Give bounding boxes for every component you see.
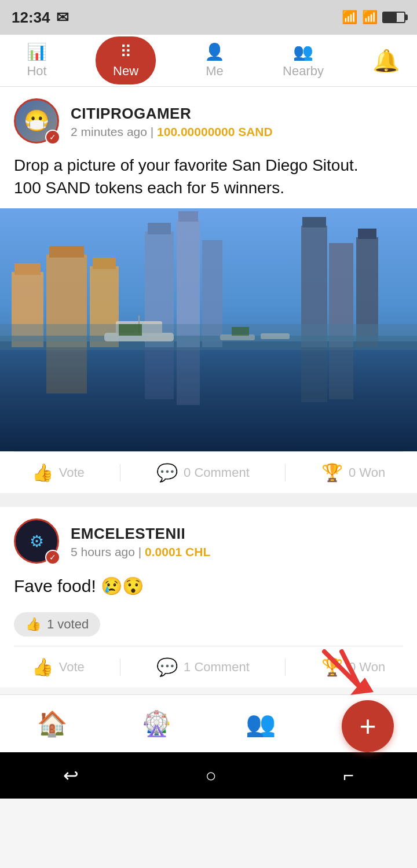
comment-label-1: 0 Comment bbox=[184, 465, 250, 480]
avatar-wrap-2: ⚙ ✓ bbox=[14, 518, 60, 565]
nav-bar: 📊 Hot ⠿ New 👤 Me 👥 Nearby 🔔 bbox=[0, 35, 417, 87]
android-nav: ↩ ○ ⌐ bbox=[0, 752, 417, 799]
comment-icon: 💬 bbox=[156, 462, 178, 483]
nav-label-me: Me bbox=[206, 64, 224, 79]
svg-rect-5 bbox=[49, 246, 84, 258]
nav-item-new[interactable]: ⠿ New bbox=[96, 36, 156, 84]
post-card-2: ⚙ ✓ EMCELESTENII 5 hours ago | 0.0001 CH… bbox=[0, 507, 417, 687]
signal-icon-2: 📶 bbox=[362, 10, 378, 25]
svg-rect-3 bbox=[14, 263, 41, 275]
divider-2 bbox=[285, 464, 286, 481]
won-label-1: 0 Won bbox=[349, 465, 385, 480]
new-icon: ⠿ bbox=[120, 42, 132, 61]
svg-rect-14 bbox=[302, 217, 326, 227]
skyline-svg bbox=[0, 208, 417, 451]
post-header-2: ⚙ ✓ EMCELESTENII 5 hours ago | 0.0001 CH… bbox=[0, 507, 417, 574]
nav-label-hot: Hot bbox=[27, 64, 46, 79]
avatar-wrap-1: 😷 ✓ bbox=[14, 98, 60, 145]
divider-1 bbox=[120, 464, 120, 481]
won-button-1[interactable]: 🏆 0 Won bbox=[321, 462, 385, 483]
nav-label-new: New bbox=[113, 64, 138, 79]
vote-button-1[interactable]: 👍 Vote bbox=[32, 462, 85, 483]
hot-icon: 📊 bbox=[27, 42, 47, 61]
nearby-icon: 👥 bbox=[293, 42, 313, 61]
bottom-nav-community[interactable]: 👥 bbox=[234, 704, 287, 744]
comment-button-2[interactable]: 💬 1 Comment bbox=[156, 657, 250, 677]
home-button[interactable]: ○ bbox=[205, 765, 216, 786]
me-icon: 👤 bbox=[204, 42, 225, 61]
trophy-icon-2: 🏆 bbox=[321, 657, 343, 677]
voted-icon: 👍 bbox=[25, 617, 41, 632]
post-meta-2: EMCELESTENII 5 hours ago | 0.0001 CHL bbox=[71, 525, 210, 559]
battery-icon bbox=[382, 12, 405, 23]
status-bar: 12:34 ✉ 📶 📶 bbox=[0, 0, 417, 35]
home-icon: 🏠 bbox=[37, 709, 67, 738]
avatar-badge-2: ✓ bbox=[45, 550, 60, 565]
mail-icon: ✉ bbox=[56, 9, 69, 27]
status-left: 12:34 ✉ bbox=[12, 9, 69, 27]
svg-rect-9 bbox=[148, 223, 171, 234]
comment-label-2: 1 Comment bbox=[184, 660, 250, 675]
svg-rect-25 bbox=[145, 347, 174, 399]
post-actions-2: 👍 Vote 💬 1 Comment 🏆 0 Won bbox=[14, 646, 403, 687]
bottom-nav-home[interactable]: 🏠 bbox=[25, 704, 79, 744]
svg-rect-29 bbox=[0, 324, 417, 341]
post-meta-1: CITIPROGAMER 2 minutes ago | 100.0000000… bbox=[71, 105, 273, 139]
post-username-1: CITIPROGAMER bbox=[71, 105, 273, 123]
vote-label-2: Vote bbox=[59, 660, 85, 675]
svg-rect-28 bbox=[329, 347, 353, 399]
fab-icon: + bbox=[359, 709, 376, 743]
vote-label-1: Vote bbox=[59, 465, 85, 480]
post-header-1: 😷 ✓ CITIPROGAMER 2 minutes ago | 100.000… bbox=[0, 87, 417, 154]
explore-icon: 🎡 bbox=[141, 709, 171, 738]
nav-label-nearby: Nearby bbox=[283, 64, 324, 79]
voted-count: 1 voted bbox=[47, 617, 89, 632]
voted-badge: 👍 1 voted bbox=[14, 612, 100, 637]
trophy-icon: 🏆 bbox=[321, 462, 343, 483]
svg-rect-30 bbox=[119, 324, 142, 336]
bell-button[interactable]: 🔔 bbox=[372, 48, 400, 73]
time-display: 12:34 bbox=[12, 9, 50, 27]
signal-icon: 📶 bbox=[342, 10, 357, 25]
post-time-reward-2: 5 hours ago | 0.0001 CHL bbox=[71, 545, 210, 559]
won-label-2: 0 Won bbox=[349, 660, 385, 675]
post-image-1 bbox=[0, 208, 417, 451]
post-card-1: 😷 ✓ CITIPROGAMER 2 minutes ago | 100.000… bbox=[0, 87, 417, 493]
thumbs-up-icon-2: 👍 bbox=[32, 657, 53, 677]
svg-rect-24 bbox=[46, 347, 87, 393]
nav-item-nearby[interactable]: 👥 Nearby bbox=[273, 38, 333, 83]
thumbs-up-icon: 👍 bbox=[32, 462, 53, 483]
nav-item-hot[interactable]: 📊 Hot bbox=[17, 38, 56, 83]
post-separator bbox=[0, 500, 417, 507]
post-content-1: Drop a picture of your favorite San Dieg… bbox=[0, 154, 417, 208]
won-button-2[interactable]: 🏆 0 Won bbox=[321, 657, 385, 677]
community-icon: 👥 bbox=[246, 709, 276, 738]
recent-button[interactable]: ⌐ bbox=[343, 765, 354, 786]
post-actions-1: 👍 Vote 💬 0 Comment 🏆 0 Won bbox=[14, 451, 403, 493]
divider-3 bbox=[120, 659, 120, 676]
comment-button-1[interactable]: 💬 0 Comment bbox=[156, 462, 250, 483]
feed: 😷 ✓ CITIPROGAMER 2 minutes ago | 100.000… bbox=[0, 87, 417, 687]
svg-rect-11 bbox=[178, 211, 198, 222]
fab-button[interactable]: + bbox=[342, 700, 394, 752]
post-time-reward-1: 2 minutes ago | 100.00000000 SAND bbox=[71, 125, 273, 139]
post-content-2: Fave food! 😢😯 bbox=[0, 574, 417, 608]
back-button[interactable]: ↩ bbox=[63, 764, 79, 786]
status-right: 📶 📶 bbox=[342, 10, 405, 25]
nav-item-me[interactable]: 👤 Me bbox=[195, 38, 234, 83]
divider-4 bbox=[285, 659, 286, 676]
avatar-badge-1: ✓ bbox=[45, 130, 60, 145]
svg-rect-17 bbox=[358, 229, 376, 239]
bottom-nav-explore[interactable]: 🎡 bbox=[130, 704, 183, 744]
svg-rect-26 bbox=[177, 347, 200, 405]
svg-rect-27 bbox=[301, 347, 327, 402]
post-username-2: EMCELESTENII bbox=[71, 525, 210, 543]
svg-rect-7 bbox=[93, 258, 116, 269]
vote-button-2[interactable]: 👍 Vote bbox=[32, 657, 85, 677]
comment-icon-2: 💬 bbox=[156, 657, 178, 677]
svg-rect-31 bbox=[232, 327, 249, 336]
bell-icon: 🔔 bbox=[372, 49, 400, 73]
